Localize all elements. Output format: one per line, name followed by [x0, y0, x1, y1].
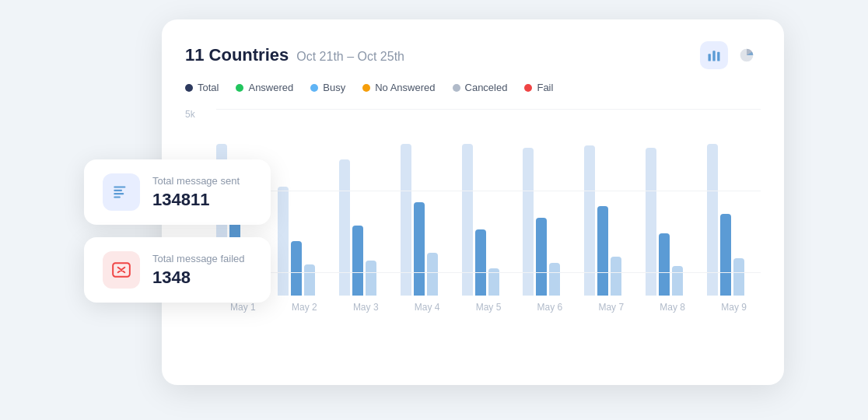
floating-cards: Total message sent 134811 Total message …	[84, 159, 271, 303]
bar-tall	[278, 187, 289, 296]
bar-tall	[462, 144, 473, 296]
bar-mid	[720, 214, 731, 296]
svg-rect-2	[717, 52, 719, 61]
legend-dot-total	[185, 84, 193, 92]
legend-item-answered: Answered	[236, 82, 293, 93]
bar-mid	[291, 241, 302, 296]
bar-short	[366, 261, 376, 296]
x-label: May 8	[646, 302, 699, 313]
x-label: May 7	[584, 302, 638, 313]
bar-short	[427, 253, 438, 296]
bar-mid	[597, 206, 608, 296]
bar-group	[278, 187, 331, 296]
bars-container	[216, 132, 761, 296]
failed-message-icon	[111, 260, 131, 280]
legend-label-fail: Fail	[537, 82, 553, 93]
svg-rect-4	[114, 190, 122, 191]
stat-info-sent: Total message sent 134811	[152, 175, 240, 210]
legend: Total Answered Busy No Answered Canceled…	[185, 82, 761, 93]
bar-mid	[352, 226, 363, 296]
bar-chart-icon	[706, 47, 722, 63]
list-icon	[111, 182, 131, 202]
legend-item-total: Total	[185, 82, 219, 93]
legend-dot-busy	[310, 84, 318, 92]
x-label: May 6	[523, 302, 576, 313]
stat-value-sent: 134811	[152, 190, 240, 210]
bar-short	[672, 266, 683, 296]
bar-mid	[659, 233, 670, 296]
legend-dot-no-answered	[362, 84, 370, 92]
card-title: 11 Countries Oct 21th – Oct 25th	[185, 45, 404, 65]
svg-rect-6	[114, 196, 121, 198]
bar-mid	[414, 202, 425, 296]
header-icons	[700, 41, 761, 69]
legend-dot-answered	[236, 84, 243, 92]
svg-rect-0	[709, 54, 711, 61]
svg-rect-3	[114, 186, 125, 187]
pie-chart-icon	[739, 47, 754, 63]
legend-label-answered: Answered	[248, 82, 293, 93]
stat-icon-failed	[103, 251, 140, 289]
bar-tall	[707, 144, 718, 296]
bar-group	[646, 148, 699, 296]
legend-item-fail: Fail	[524, 82, 553, 93]
bar-group	[401, 144, 454, 296]
bar-chart-button[interactable]	[700, 41, 728, 69]
bar-group	[462, 144, 516, 296]
stat-label-failed: Total message failed	[152, 253, 245, 264]
stat-info-failed: Total message failed 1348	[152, 253, 245, 288]
grid-line-top	[216, 109, 761, 110]
x-label: May 9	[707, 302, 761, 313]
svg-rect-5	[114, 193, 124, 194]
bar-group	[523, 148, 576, 296]
x-label: May 2	[278, 302, 331, 313]
legend-label-total: Total	[198, 82, 219, 93]
pie-chart-button[interactable]	[733, 41, 761, 69]
chart-area: 5k 4k	[185, 109, 761, 296]
legend-dot-fail	[524, 84, 532, 92]
bar-group	[339, 159, 393, 296]
scene: 11 Countries Oct 21th – Oct 25th	[84, 19, 784, 401]
legend-label-no-answered: No Answered	[375, 82, 435, 93]
x-labels: May 1May 2May 3May 4May 5May 6May 7May 8…	[216, 302, 761, 313]
stat-icon-sent	[103, 173, 140, 211]
legend-item-no-answered: No Answered	[362, 82, 435, 93]
legend-dot-canceled	[453, 84, 460, 92]
legend-label-canceled: Canceled	[465, 82, 508, 93]
bar-tall	[523, 148, 534, 296]
legend-item-busy: Busy	[310, 82, 345, 93]
bar-tall	[401, 144, 411, 296]
legend-item-canceled: Canceled	[453, 82, 508, 93]
title-bold: 11 Countries	[185, 45, 289, 65]
card-header: 11 Countries Oct 21th – Oct 25th	[185, 41, 761, 69]
bar-tall	[584, 145, 595, 296]
bar-group	[707, 144, 761, 296]
title-date: Oct 21th – Oct 25th	[296, 50, 404, 64]
x-label: May 5	[462, 302, 516, 313]
bar-tall	[339, 159, 350, 296]
svg-rect-1	[712, 51, 715, 61]
bar-short	[733, 258, 744, 296]
bar-short	[611, 257, 621, 296]
x-label: May 4	[401, 302, 454, 313]
bar-group	[584, 145, 638, 296]
x-label: May 1	[216, 302, 270, 313]
bar-short	[549, 263, 560, 296]
legend-label-busy: Busy	[323, 82, 345, 93]
bar-mid	[536, 218, 547, 296]
x-label: May 3	[339, 302, 393, 313]
bar-mid	[475, 229, 486, 296]
stat-card-sent: Total message sent 134811	[84, 159, 271, 225]
bar-short	[488, 268, 499, 296]
bar-tall	[646, 148, 656, 296]
bar-short	[304, 264, 315, 296]
stat-label-sent: Total message sent	[152, 175, 240, 187]
stat-value-failed: 1348	[152, 268, 245, 288]
stat-card-failed: Total message failed 1348	[84, 237, 271, 303]
